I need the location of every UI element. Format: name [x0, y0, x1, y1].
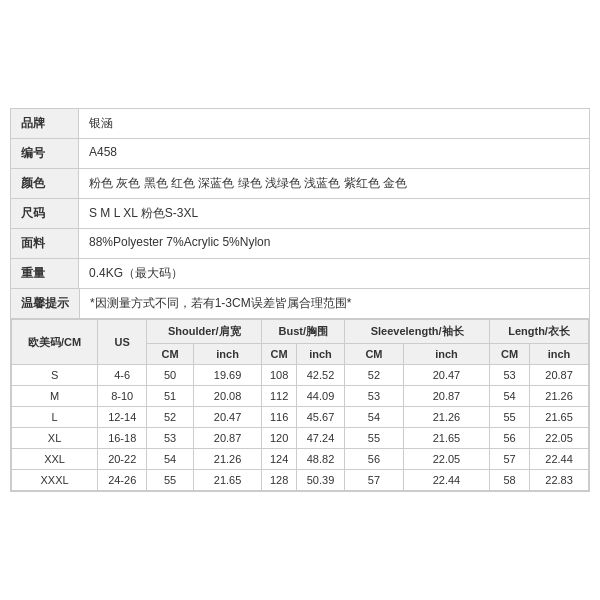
- cell-shoulder-inch: 20.87: [193, 428, 262, 449]
- cell-sleeve-cm: 52: [345, 365, 404, 386]
- cell-length-cm: 55: [490, 407, 530, 428]
- cell-bust-inch: 42.52: [296, 365, 344, 386]
- cell-us: 24-26: [98, 470, 147, 491]
- cell-size: S: [12, 365, 98, 386]
- sub-shoulder-cm: CM: [147, 344, 194, 365]
- size-table: 欧美码/CM US Shoulder/肩宽 Bust/胸围 Sleeveleng…: [11, 319, 589, 491]
- code-row: 编号 A458: [11, 139, 589, 169]
- info-section: 品牌 银涵 编号 A458 颜色 粉色 灰色 黑色 红色 深蓝色 绿色 浅绿色 …: [11, 109, 589, 319]
- weight-row: 重量 0.4KG（最大码）: [11, 259, 589, 289]
- warning-value: *因测量方式不同，若有1-3CM误差皆属合理范围*: [80, 289, 589, 318]
- cell-size: M: [12, 386, 98, 407]
- cell-shoulder-cm: 54: [147, 449, 194, 470]
- cell-length-cm: 57: [490, 449, 530, 470]
- brand-label: 品牌: [11, 109, 79, 138]
- fabric-label: 面料: [11, 229, 79, 258]
- size-label: 尺码: [11, 199, 79, 228]
- sub-length-cm: CM: [490, 344, 530, 365]
- table-row: M 8-10 51 20.08 112 44.09 53 20.87 54 21…: [12, 386, 589, 407]
- code-value: A458: [79, 139, 589, 168]
- cell-size: XXL: [12, 449, 98, 470]
- cell-sleeve-inch: 22.44: [403, 470, 489, 491]
- cell-shoulder-inch: 21.65: [193, 470, 262, 491]
- sub-length-inch: inch: [530, 344, 589, 365]
- table-row: S 4-6 50 19.69 108 42.52 52 20.47 53 20.…: [12, 365, 589, 386]
- cell-bust-cm: 128: [262, 470, 297, 491]
- warning-row: 温馨提示 *因测量方式不同，若有1-3CM误差皆属合理范围*: [11, 289, 589, 319]
- cell-sleeve-inch: 21.26: [403, 407, 489, 428]
- weight-value: 0.4KG（最大码）: [79, 259, 589, 288]
- cell-length-inch: 21.26: [530, 386, 589, 407]
- cell-us: 12-14: [98, 407, 147, 428]
- size-row: 尺码 S M L XL 粉色S-3XL: [11, 199, 589, 229]
- cell-sleeve-cm: 54: [345, 407, 404, 428]
- cell-us: 16-18: [98, 428, 147, 449]
- cell-size: XL: [12, 428, 98, 449]
- fabric-value: 88%Polyester 7%Acrylic 5%Nylon: [79, 229, 589, 258]
- cell-length-inch: 22.05: [530, 428, 589, 449]
- table-row: L 12-14 52 20.47 116 45.67 54 21.26 55 2…: [12, 407, 589, 428]
- code-label: 编号: [11, 139, 79, 168]
- cell-size: XXXL: [12, 470, 98, 491]
- cell-bust-inch: 48.82: [296, 449, 344, 470]
- cell-sleeve-inch: 22.05: [403, 449, 489, 470]
- warning-label: 温馨提示: [11, 289, 80, 318]
- cell-sleeve-inch: 20.47: [403, 365, 489, 386]
- color-row: 颜色 粉色 灰色 黑色 红色 深蓝色 绿色 浅绿色 浅蓝色 紫红色 金色: [11, 169, 589, 199]
- cell-shoulder-cm: 55: [147, 470, 194, 491]
- cell-sleeve-cm: 57: [345, 470, 404, 491]
- cell-bust-cm: 120: [262, 428, 297, 449]
- cell-length-inch: 22.44: [530, 449, 589, 470]
- color-label: 颜色: [11, 169, 79, 198]
- size-value: S M L XL 粉色S-3XL: [79, 199, 589, 228]
- header-bust: Bust/胸围: [262, 320, 345, 344]
- cell-sleeve-inch: 20.87: [403, 386, 489, 407]
- group-header-row: 欧美码/CM US Shoulder/肩宽 Bust/胸围 Sleeveleng…: [12, 320, 589, 344]
- brand-row: 品牌 银涵: [11, 109, 589, 139]
- header-us: US: [98, 320, 147, 365]
- cell-sleeve-inch: 21.65: [403, 428, 489, 449]
- cell-shoulder-cm: 52: [147, 407, 194, 428]
- color-value: 粉色 灰色 黑色 红色 深蓝色 绿色 浅绿色 浅蓝色 紫红色 金色: [79, 169, 589, 198]
- cell-us: 20-22: [98, 449, 147, 470]
- cell-bust-inch: 45.67: [296, 407, 344, 428]
- sub-sleeve-inch: inch: [403, 344, 489, 365]
- cell-shoulder-cm: 50: [147, 365, 194, 386]
- cell-us: 8-10: [98, 386, 147, 407]
- weight-label: 重量: [11, 259, 79, 288]
- cell-bust-inch: 50.39: [296, 470, 344, 491]
- cell-shoulder-inch: 20.08: [193, 386, 262, 407]
- cell-bust-inch: 47.24: [296, 428, 344, 449]
- size-table-body: S 4-6 50 19.69 108 42.52 52 20.47 53 20.…: [12, 365, 589, 491]
- table-row: XXXL 24-26 55 21.65 128 50.39 57 22.44 5…: [12, 470, 589, 491]
- sub-bust-inch: inch: [296, 344, 344, 365]
- cell-length-cm: 58: [490, 470, 530, 491]
- cell-sleeve-cm: 55: [345, 428, 404, 449]
- cell-shoulder-cm: 53: [147, 428, 194, 449]
- sub-bust-cm: CM: [262, 344, 297, 365]
- fabric-row: 面料 88%Polyester 7%Acrylic 5%Nylon: [11, 229, 589, 259]
- cell-length-inch: 21.65: [530, 407, 589, 428]
- cell-length-inch: 20.87: [530, 365, 589, 386]
- sub-sleeve-cm: CM: [345, 344, 404, 365]
- header-length: Length/衣长: [490, 320, 589, 344]
- cell-bust-cm: 116: [262, 407, 297, 428]
- cell-bust-cm: 108: [262, 365, 297, 386]
- cell-size: L: [12, 407, 98, 428]
- header-shoulder: Shoulder/肩宽: [147, 320, 262, 344]
- cell-length-cm: 54: [490, 386, 530, 407]
- cell-us: 4-6: [98, 365, 147, 386]
- cell-length-cm: 56: [490, 428, 530, 449]
- cell-bust-cm: 124: [262, 449, 297, 470]
- product-info-container: 品牌 银涵 编号 A458 颜色 粉色 灰色 黑色 红色 深蓝色 绿色 浅绿色 …: [10, 108, 590, 492]
- cell-bust-cm: 112: [262, 386, 297, 407]
- cell-shoulder-inch: 21.26: [193, 449, 262, 470]
- cell-sleeve-cm: 56: [345, 449, 404, 470]
- cell-shoulder-inch: 19.69: [193, 365, 262, 386]
- table-row: XXL 20-22 54 21.26 124 48.82 56 22.05 57…: [12, 449, 589, 470]
- cell-bust-inch: 44.09: [296, 386, 344, 407]
- brand-value: 银涵: [79, 109, 589, 138]
- cell-shoulder-inch: 20.47: [193, 407, 262, 428]
- header-sleeve: Sleevelength/袖长: [345, 320, 490, 344]
- cell-length-inch: 22.83: [530, 470, 589, 491]
